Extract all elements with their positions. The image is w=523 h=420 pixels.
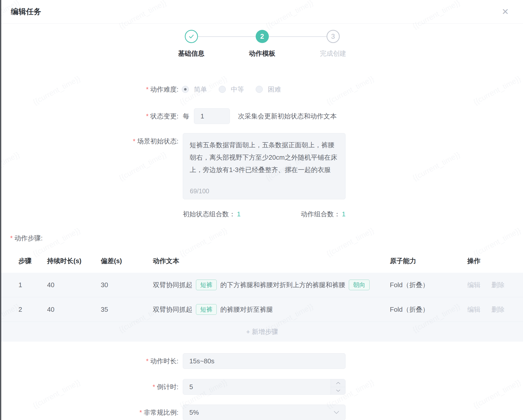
step-3-circle: 3: [327, 30, 340, 43]
edit-button[interactable]: 编辑: [467, 306, 480, 313]
required-marker: *: [153, 383, 155, 391]
edit-button[interactable]: 编辑: [467, 281, 480, 289]
stepper: 2 3 基础信息 动作模板 完成创建: [1, 30, 523, 63]
dialog-title: 编辑任务: [11, 0, 41, 23]
cell-offset: 30: [101, 281, 153, 289]
col-header-ability: 原子能力: [390, 257, 467, 265]
stepper-connector: [269, 36, 327, 37]
unusual-ratio-row: *非常规比例: 5%: [0, 405, 523, 420]
initial-combo-count: 初始状态组合数：1: [183, 210, 240, 219]
countdown-label: *倒计时:: [0, 379, 178, 395]
initial-state-textarea[interactable]: 短裤五条数据背面朝上，五条数据正面朝上，裤腰朝右，离头部视野下方至少20cm之外…: [183, 133, 346, 199]
countdown-input[interactable]: [183, 379, 346, 395]
cell-action-text: 双臂协同抓起 短裤 的下方裤腿和裤腰对折到上方的裤腿和裤腰 朝向: [153, 280, 390, 290]
required-marker: *: [139, 409, 142, 416]
step-1-check-icon: [185, 30, 198, 43]
close-icon[interactable]: ✕: [500, 6, 511, 17]
chevron-down-icon: [334, 411, 339, 414]
cell-operations: 编辑 删除: [467, 305, 518, 314]
col-header-ops: 操作: [467, 257, 518, 265]
cell-step: 2: [18, 306, 47, 313]
state-change-label: *状态变更:: [0, 108, 178, 124]
state-change-row: *状态变更: 每 次采集会更新初始状态和动作文本: [0, 108, 523, 124]
action-combo-value: 1: [342, 210, 346, 218]
duration-label: *动作时长:: [0, 353, 178, 369]
radio-circle: [256, 86, 263, 93]
table-row: 1 40 30 双臂协同抓起 短裤 的下方裤腿和裤腰对折到上方的裤腿和裤腰 朝向…: [1, 273, 523, 297]
difficulty-label: *动作难度:: [0, 82, 178, 96]
selected-value: 5%: [183, 409, 334, 416]
difficulty-row: *动作难度: 简单 中等 困难: [0, 82, 523, 96]
state-change-prefix: 每: [183, 112, 189, 121]
object-tag: 短裤: [196, 280, 217, 290]
table-header-row: 步骤 持续时长(s) 偏差(s) 动作文本 原子能力 操作: [1, 249, 523, 273]
step-3-label: 完成创建: [298, 49, 369, 58]
step-2-label: 动作模板: [227, 49, 298, 58]
object-tag: 短裤: [196, 304, 217, 315]
cell-step: 1: [18, 281, 47, 289]
step-2-circle: 2: [256, 30, 269, 43]
unusual-ratio-select[interactable]: 5%: [183, 405, 346, 420]
add-step-button[interactable]: + 新增步骤: [1, 322, 523, 342]
table-row: 2 40 35 双臂协同抓起 短裤 的裤腰对折至裤腿 Fold（折叠） 编辑 删…: [1, 297, 523, 322]
dialog-header: 编辑任务 ✕: [1, 0, 523, 24]
initial-state-label: *场景初始状态:: [0, 136, 178, 146]
required-marker: *: [133, 137, 135, 145]
action-steps-label: *动作步骤:: [10, 232, 43, 245]
direction-tag: 朝向: [349, 280, 370, 290]
edit-task-dialog: { "ui": { "required_marker": "*" }, "ico…: [0, 0, 523, 420]
required-marker: *: [146, 357, 149, 365]
col-header-text: 动作文本: [153, 257, 390, 265]
radio-easy[interactable]: 简单: [182, 85, 207, 94]
initial-state-row: *场景初始状态: 短裤五条数据背面朝上，五条数据正面朝上，裤腰朝右，离头部视野下…: [0, 133, 523, 199]
col-header-duration: 持续时长(s): [47, 257, 101, 265]
col-header-step: 步骤: [18, 257, 47, 265]
radio-medium[interactable]: 中等: [219, 85, 244, 94]
cell-ability: Fold（折叠）: [390, 305, 467, 314]
duration-input[interactable]: [183, 353, 346, 369]
combo-counts-row: 初始状态组合数：1 动作组合数：1: [183, 207, 346, 221]
countdown-spinner: [331, 379, 345, 394]
radio-circle: [219, 86, 226, 93]
col-header-offset: 偏差(s): [101, 257, 153, 265]
required-marker: *: [10, 234, 13, 242]
duration-row: *动作时长:: [0, 353, 523, 369]
action-combo-count: 动作组合数：1: [301, 210, 346, 219]
action-steps-table: 步骤 持续时长(s) 偏差(s) 动作文本 原子能力 操作 1 40 30 双臂…: [1, 249, 523, 342]
unusual-ratio-label: *非常规比例:: [0, 405, 178, 420]
cell-duration: 40: [47, 281, 101, 289]
cell-offset: 35: [101, 306, 153, 313]
difficulty-radio-group: 简单 中等 困难: [182, 82, 281, 96]
step-1-label: 基础信息: [156, 49, 227, 58]
step-2-number: 2: [260, 33, 264, 40]
delete-button[interactable]: 删除: [491, 281, 505, 289]
initial-combo-value: 1: [237, 210, 240, 218]
delete-button[interactable]: 删除: [491, 306, 505, 313]
cell-operations: 编辑 删除: [467, 281, 518, 289]
required-marker: *: [146, 112, 149, 120]
required-marker: *: [146, 86, 149, 93]
cell-ability: Fold（折叠）: [390, 281, 467, 289]
state-change-suffix: 次采集会更新初始状态和动作文本: [238, 112, 337, 121]
spinner-down-icon[interactable]: [331, 387, 345, 395]
cell-action-text: 双臂协同抓起 短裤 的裤腰对折至裤腿: [153, 304, 390, 315]
state-change-input[interactable]: [194, 108, 230, 124]
cell-duration: 40: [47, 306, 101, 313]
countdown-row: *倒计时:: [0, 379, 523, 395]
spinner-up-icon[interactable]: [331, 379, 345, 387]
radio-circle: [182, 86, 189, 93]
radio-hard[interactable]: 困难: [256, 85, 281, 94]
stepper-connector: [198, 36, 256, 37]
step-3-number: 3: [331, 33, 335, 40]
